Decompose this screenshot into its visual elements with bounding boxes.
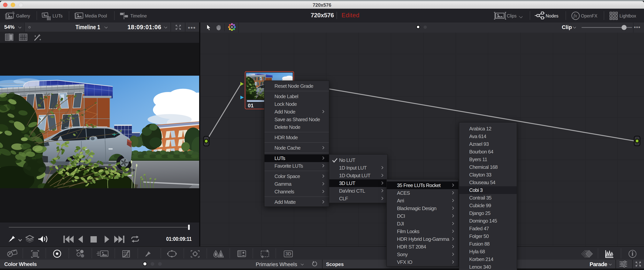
svg-text:3D: 3D <box>286 251 291 256</box>
svg-text:fx: fx <box>574 13 577 19</box>
